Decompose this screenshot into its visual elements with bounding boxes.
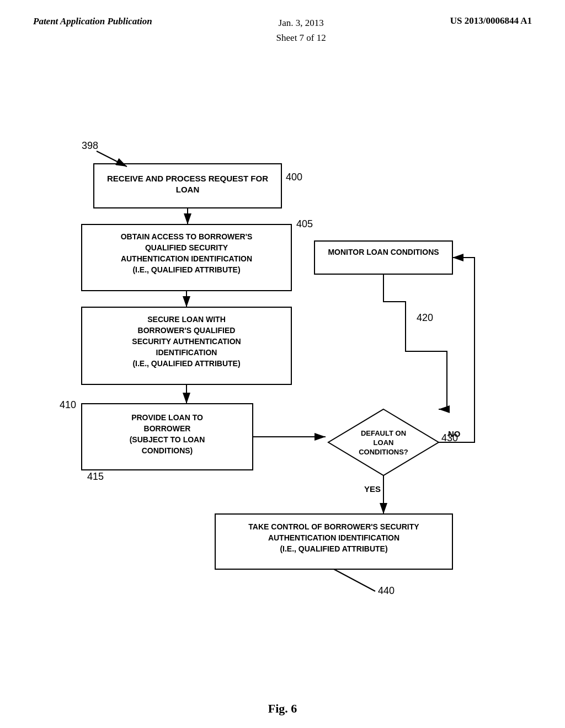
diamond-430-line1: DEFAULT ON (361, 429, 406, 437)
box-440-line3: (I.E., QUALIFIED ATTRIBUTE) (280, 544, 387, 553)
patent-number: US 2013/0006844 A1 (450, 15, 532, 26)
box-415-line3: (SUBJECT TO LOAN (130, 435, 205, 444)
box-405-line1: OBTAIN ACCESS TO BORROWER'S (121, 232, 253, 241)
box-secure-line5: (I.E., QUALIFIED ATTRIBUTE) (132, 359, 240, 368)
arrow-monitor-down (383, 274, 419, 351)
date-label: Jan. 3, 2013 (279, 18, 324, 28)
box-secure-line1: SECURE LOAN WITH (147, 315, 226, 324)
diamond-430-line2: LOAN (374, 438, 394, 447)
box-405-line3: AUTHENTICATION IDENTIFICATION (121, 254, 252, 263)
box-monitor-line1: MONITOR LOAN CONDITIONS (328, 248, 439, 256)
box-415-line1: PROVIDE LOAN TO (131, 413, 203, 422)
label-415: 415 (87, 471, 104, 482)
box-415-line4: CONDITIONS) (142, 446, 193, 455)
label-no: NO (448, 429, 461, 438)
arrow-420-diamond (419, 351, 447, 409)
box-405-line4: (I.E., QUALIFIED ATTRIBUTE) (132, 265, 240, 274)
box-secure-line4: IDENTIFICATION (156, 348, 217, 357)
label-440: 440 (378, 585, 395, 596)
box-405-line2: QUALIFIED SECURITY (145, 243, 228, 252)
box-400-text-line2: LOAN (176, 185, 200, 194)
sheet-label: Sheet 7 of 12 (276, 33, 326, 43)
line-440 (334, 569, 375, 591)
page-header: Patent Application Publication Jan. 3, 2… (0, 0, 565, 45)
arrow-no-monitor (439, 258, 475, 442)
box-400-text-line1: RECEIVE AND PROCESS REQUEST FOR (107, 174, 268, 183)
box-440-line1: TAKE CONTROL OF BORROWER'S SECURITY (248, 522, 419, 531)
header-center: Jan. 3, 2013 Sheet 7 of 12 (276, 15, 326, 45)
box-secure-line2: BORROWER'S QUALIFIED (138, 326, 236, 335)
label-398: 398 (82, 140, 98, 151)
box-secure-line3: SECURITY AUTHENTICATION (132, 337, 241, 346)
box-415-line2: BORROWER (144, 424, 191, 433)
box-440-line2: AUTHENTICATION IDENTIFICATION (268, 533, 399, 542)
label-410: 410 (60, 399, 76, 410)
label-400: 400 (286, 172, 302, 183)
flowchart-svg: 398 RECEIVE AND PROCESS REQUEST FOR LOAN… (0, 51, 565, 702)
label-420: 420 (417, 312, 433, 323)
label-yes: YES (364, 484, 381, 494)
publication-label: Patent Application Publication (33, 15, 152, 28)
diamond-430-line3: CONDITIONS? (359, 448, 408, 456)
figure-label: Fig. 6 (0, 702, 565, 727)
box-monitor-rect (315, 241, 452, 274)
diagram-area: 398 RECEIVE AND PROCESS REQUEST FOR LOAN… (0, 51, 565, 702)
label-405: 405 (296, 218, 313, 229)
